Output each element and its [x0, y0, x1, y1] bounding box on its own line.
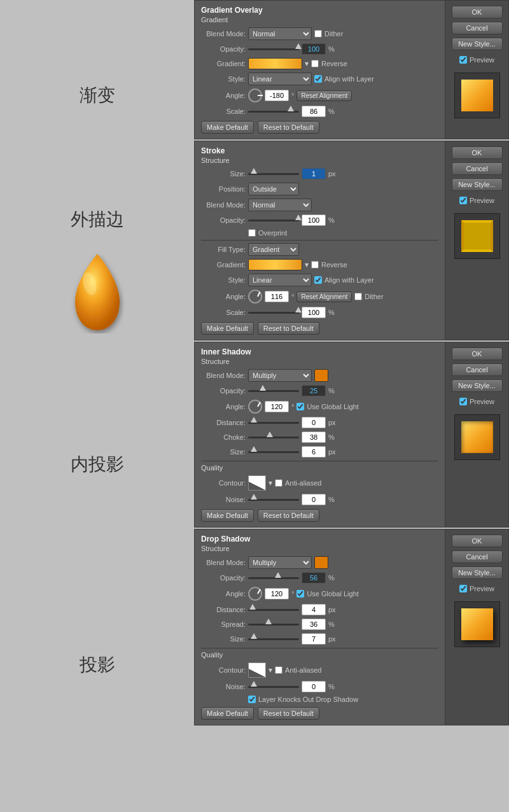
spread-thumb-ds[interactable]	[265, 619, 272, 624]
angle-dial-st[interactable]	[248, 290, 262, 304]
new-style-btn-st[interactable]: New Style...	[452, 178, 503, 191]
size-slider-ds[interactable]	[248, 638, 299, 640]
noise-input-ds[interactable]	[302, 681, 326, 692]
reverse-checkbox-go[interactable]	[311, 60, 319, 67]
opacity-input-ds[interactable]	[302, 572, 326, 584]
angle-dial-ds[interactable]	[248, 587, 262, 601]
contour-preview-is[interactable]	[248, 475, 266, 491]
distance-input-ds[interactable]	[302, 604, 326, 615]
noise-thumb-is[interactable]	[251, 494, 257, 500]
anti-alias-checkbox-is[interactable]	[275, 479, 282, 487]
choke-thumb-is[interactable]	[267, 431, 273, 437]
noise-slider-ds[interactable]	[248, 686, 299, 688]
new-style-btn-ds[interactable]: New Style...	[452, 566, 503, 579]
style-select-st[interactable]: Linear	[248, 274, 312, 286]
global-light-checkbox-ds[interactable]	[296, 590, 304, 598]
make-default-btn-is[interactable]: Make Default	[201, 509, 254, 522]
gradient-bar-go[interactable]	[248, 58, 302, 69]
size-input-st[interactable]	[302, 168, 326, 179]
new-style-btn-go[interactable]: New Style...	[452, 38, 503, 50]
reset-alignment-btn-st[interactable]: Reset Alignment	[296, 291, 352, 302]
scale-thumb-st[interactable]	[295, 307, 302, 312]
opacity-slider-st[interactable]	[248, 220, 299, 221]
preview-checkbox-ds[interactable]	[459, 585, 467, 592]
size-slider-is[interactable]	[248, 451, 299, 453]
color-swatch-ds[interactable]	[314, 556, 328, 569]
opacity-slider-ds[interactable]	[248, 577, 299, 579]
distance-slider-ds[interactable]	[248, 609, 299, 611]
opacity-slider-go[interactable]	[248, 48, 299, 50]
blend-mode-select-is[interactable]: Multiply	[248, 369, 312, 382]
opacity-slider-is[interactable]	[248, 390, 299, 392]
choke-slider-is[interactable]	[248, 437, 299, 438]
reset-default-btn-go[interactable]: Reset to Default	[258, 121, 319, 134]
size-thumb-ds[interactable]	[251, 633, 257, 639]
noise-input-is[interactable]	[302, 494, 326, 505]
opacity-thumb-go[interactable]	[295, 43, 302, 49]
blend-mode-select-go[interactable]: Normal	[248, 27, 312, 40]
reset-default-btn-is[interactable]: Reset to Default	[258, 509, 319, 522]
scale-slider-st[interactable]	[248, 312, 299, 314]
align-layer-checkbox-st[interactable]	[314, 276, 322, 284]
position-select-st[interactable]: Outside	[248, 183, 299, 195]
make-default-btn-go[interactable]: Make Default	[201, 121, 254, 134]
size-thumb-st[interactable]	[251, 168, 257, 174]
new-style-btn-is[interactable]: New Style...	[452, 379, 503, 392]
scale-slider-go[interactable]	[248, 111, 299, 113]
contour-dropdown-is[interactable]: ▾	[268, 479, 272, 487]
cancel-btn-go[interactable]: Cancel	[452, 22, 503, 34]
dither-checkbox-go[interactable]	[314, 30, 322, 38]
reset-default-btn-st[interactable]: Reset to Default	[258, 322, 319, 335]
gradient-dropdown-go[interactable]: ▾	[305, 59, 309, 68]
opacity-input-is[interactable]	[302, 385, 326, 396]
angle-input-ds[interactable]	[265, 588, 289, 599]
size-slider-st[interactable]	[248, 173, 299, 175]
angle-dial-go[interactable]	[248, 88, 262, 102]
ok-btn-is[interactable]: OK	[452, 347, 503, 360]
fill-type-select-st[interactable]: Gradient	[248, 243, 299, 256]
distance-thumb-is[interactable]	[251, 417, 257, 423]
opacity-thumb-ds[interactable]	[275, 572, 281, 578]
contour-preview-ds[interactable]	[248, 662, 266, 678]
angle-input-st[interactable]	[265, 291, 289, 302]
preview-checkbox-go[interactable]	[459, 56, 467, 64]
opacity-input-go[interactable]	[302, 43, 326, 55]
size-input-ds[interactable]	[302, 633, 326, 645]
scale-thumb-go[interactable]	[288, 106, 294, 111]
angle-dial-is[interactable]	[248, 400, 262, 414]
anti-alias-checkbox-ds[interactable]	[275, 666, 282, 674]
make-default-btn-ds[interactable]: Make Default	[201, 707, 254, 720]
blend-mode-select-ds[interactable]: Multiply	[248, 556, 312, 569]
opacity-thumb-is[interactable]	[260, 385, 266, 391]
overprint-checkbox-st[interactable]	[248, 229, 256, 237]
cancel-btn-ds[interactable]: Cancel	[452, 550, 503, 563]
blend-mode-select-st[interactable]: Normal	[248, 199, 312, 211]
noise-thumb-ds[interactable]	[251, 681, 257, 687]
ok-btn-st[interactable]: OK	[452, 146, 503, 159]
scale-input-st[interactable]	[302, 307, 326, 318]
gradient-bar-st[interactable]	[248, 259, 302, 270]
align-layer-checkbox-go[interactable]	[314, 75, 322, 83]
distance-input-is[interactable]	[302, 417, 326, 428]
distance-thumb-ds[interactable]	[249, 604, 256, 610]
opacity-thumb-st[interactable]	[295, 214, 302, 220]
distance-slider-is[interactable]	[248, 422, 299, 424]
spread-input-ds[interactable]	[302, 619, 326, 630]
angle-input-is[interactable]	[265, 401, 289, 412]
choke-input-is[interactable]	[302, 431, 326, 443]
dither-checkbox-st[interactable]	[354, 293, 362, 300]
angle-input-go[interactable]	[265, 90, 289, 101]
size-thumb-is[interactable]	[251, 446, 257, 452]
spread-slider-ds[interactable]	[248, 624, 299, 626]
ok-btn-ds[interactable]: OK	[452, 535, 503, 547]
ok-btn-go[interactable]: OK	[452, 6, 503, 18]
preview-checkbox-st[interactable]	[459, 197, 467, 204]
global-light-checkbox-is[interactable]	[296, 403, 304, 410]
noise-slider-is[interactable]	[248, 499, 299, 501]
gradient-dropdown-st[interactable]: ▾	[305, 260, 309, 269]
reset-default-btn-ds[interactable]: Reset to Default	[258, 707, 319, 720]
contour-dropdown-ds[interactable]: ▾	[268, 666, 272, 675]
make-default-btn-st[interactable]: Make Default	[201, 322, 254, 335]
reset-alignment-btn-go[interactable]: Reset Alignment	[296, 90, 352, 101]
scale-input-go[interactable]	[302, 106, 326, 117]
